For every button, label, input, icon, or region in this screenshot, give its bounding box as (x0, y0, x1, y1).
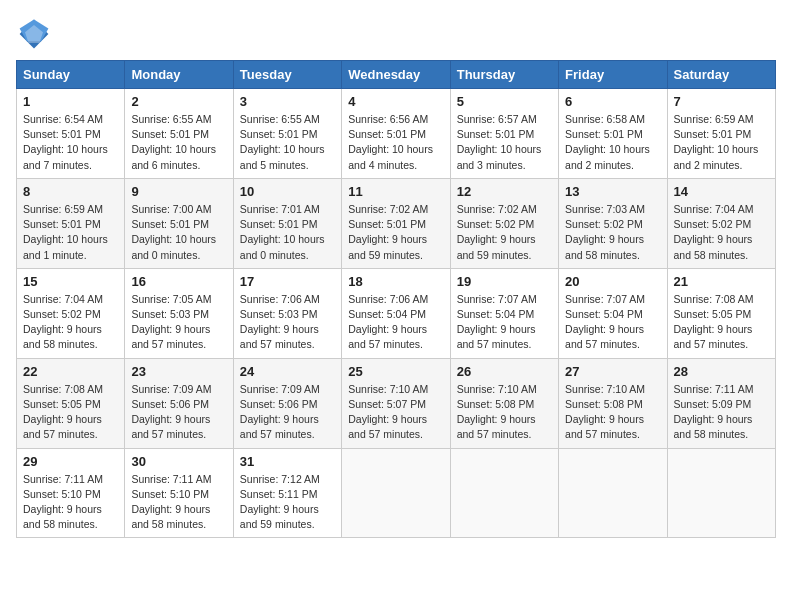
weekday-header-monday: Monday (125, 61, 233, 89)
calendar-day-cell: 2Sunrise: 6:55 AMSunset: 5:01 PMDaylight… (125, 89, 233, 179)
day-number: 11 (348, 184, 443, 199)
calendar-day-cell: 9Sunrise: 7:00 AMSunset: 5:01 PMDaylight… (125, 178, 233, 268)
day-info: Sunrise: 7:10 AMSunset: 5:08 PMDaylight:… (565, 382, 660, 443)
day-info: Sunrise: 7:07 AMSunset: 5:04 PMDaylight:… (565, 292, 660, 353)
calendar-day-cell: 8Sunrise: 6:59 AMSunset: 5:01 PMDaylight… (17, 178, 125, 268)
weekday-header-tuesday: Tuesday (233, 61, 341, 89)
day-info: Sunrise: 7:10 AMSunset: 5:08 PMDaylight:… (457, 382, 552, 443)
calendar-week-row: 8Sunrise: 6:59 AMSunset: 5:01 PMDaylight… (17, 178, 776, 268)
calendar-day-cell: 16Sunrise: 7:05 AMSunset: 5:03 PMDayligh… (125, 268, 233, 358)
day-info: Sunrise: 7:08 AMSunset: 5:05 PMDaylight:… (674, 292, 769, 353)
day-info: Sunrise: 6:56 AMSunset: 5:01 PMDaylight:… (348, 112, 443, 173)
day-number: 24 (240, 364, 335, 379)
day-info: Sunrise: 6:59 AMSunset: 5:01 PMDaylight:… (23, 202, 118, 263)
calendar-week-row: 15Sunrise: 7:04 AMSunset: 5:02 PMDayligh… (17, 268, 776, 358)
calendar-day-cell: 3Sunrise: 6:55 AMSunset: 5:01 PMDaylight… (233, 89, 341, 179)
calendar-day-cell: 6Sunrise: 6:58 AMSunset: 5:01 PMDaylight… (559, 89, 667, 179)
day-number: 14 (674, 184, 769, 199)
day-number: 26 (457, 364, 552, 379)
weekday-header-saturday: Saturday (667, 61, 775, 89)
calendar-day-cell: 20Sunrise: 7:07 AMSunset: 5:04 PMDayligh… (559, 268, 667, 358)
day-info: Sunrise: 7:01 AMSunset: 5:01 PMDaylight:… (240, 202, 335, 263)
calendar-day-cell: 26Sunrise: 7:10 AMSunset: 5:08 PMDayligh… (450, 358, 558, 448)
day-number: 27 (565, 364, 660, 379)
calendar-day-cell: 7Sunrise: 6:59 AMSunset: 5:01 PMDaylight… (667, 89, 775, 179)
day-number: 1 (23, 94, 118, 109)
calendar-day-cell: 18Sunrise: 7:06 AMSunset: 5:04 PMDayligh… (342, 268, 450, 358)
day-info: Sunrise: 7:02 AMSunset: 5:01 PMDaylight:… (348, 202, 443, 263)
calendar-day-cell (667, 448, 775, 538)
calendar-day-cell: 11Sunrise: 7:02 AMSunset: 5:01 PMDayligh… (342, 178, 450, 268)
day-number: 12 (457, 184, 552, 199)
calendar-day-cell: 14Sunrise: 7:04 AMSunset: 5:02 PMDayligh… (667, 178, 775, 268)
calendar-day-cell: 31Sunrise: 7:12 AMSunset: 5:11 PMDayligh… (233, 448, 341, 538)
day-info: Sunrise: 7:08 AMSunset: 5:05 PMDaylight:… (23, 382, 118, 443)
day-number: 17 (240, 274, 335, 289)
day-number: 16 (131, 274, 226, 289)
weekday-header-wednesday: Wednesday (342, 61, 450, 89)
calendar-day-cell: 4Sunrise: 6:56 AMSunset: 5:01 PMDaylight… (342, 89, 450, 179)
day-number: 13 (565, 184, 660, 199)
day-info: Sunrise: 7:00 AMSunset: 5:01 PMDaylight:… (131, 202, 226, 263)
day-info: Sunrise: 7:11 AMSunset: 5:10 PMDaylight:… (131, 472, 226, 533)
calendar-week-row: 1Sunrise: 6:54 AMSunset: 5:01 PMDaylight… (17, 89, 776, 179)
logo (16, 16, 56, 52)
day-info: Sunrise: 7:06 AMSunset: 5:03 PMDaylight:… (240, 292, 335, 353)
day-number: 22 (23, 364, 118, 379)
day-info: Sunrise: 6:58 AMSunset: 5:01 PMDaylight:… (565, 112, 660, 173)
calendar-day-cell: 22Sunrise: 7:08 AMSunset: 5:05 PMDayligh… (17, 358, 125, 448)
calendar-day-cell: 19Sunrise: 7:07 AMSunset: 5:04 PMDayligh… (450, 268, 558, 358)
day-number: 31 (240, 454, 335, 469)
calendar-header-row: SundayMondayTuesdayWednesdayThursdayFrid… (17, 61, 776, 89)
calendar-day-cell: 15Sunrise: 7:04 AMSunset: 5:02 PMDayligh… (17, 268, 125, 358)
day-info: Sunrise: 7:05 AMSunset: 5:03 PMDaylight:… (131, 292, 226, 353)
day-number: 3 (240, 94, 335, 109)
day-number: 18 (348, 274, 443, 289)
day-number: 7 (674, 94, 769, 109)
page-header (16, 16, 776, 52)
day-number: 19 (457, 274, 552, 289)
day-info: Sunrise: 7:11 AMSunset: 5:09 PMDaylight:… (674, 382, 769, 443)
day-info: Sunrise: 7:02 AMSunset: 5:02 PMDaylight:… (457, 202, 552, 263)
calendar-day-cell: 12Sunrise: 7:02 AMSunset: 5:02 PMDayligh… (450, 178, 558, 268)
calendar-day-cell: 27Sunrise: 7:10 AMSunset: 5:08 PMDayligh… (559, 358, 667, 448)
calendar-week-row: 22Sunrise: 7:08 AMSunset: 5:05 PMDayligh… (17, 358, 776, 448)
calendar-day-cell: 17Sunrise: 7:06 AMSunset: 5:03 PMDayligh… (233, 268, 341, 358)
day-number: 10 (240, 184, 335, 199)
day-number: 20 (565, 274, 660, 289)
day-number: 2 (131, 94, 226, 109)
day-number: 15 (23, 274, 118, 289)
day-info: Sunrise: 7:04 AMSunset: 5:02 PMDaylight:… (674, 202, 769, 263)
day-info: Sunrise: 7:06 AMSunset: 5:04 PMDaylight:… (348, 292, 443, 353)
calendar-day-cell: 1Sunrise: 6:54 AMSunset: 5:01 PMDaylight… (17, 89, 125, 179)
calendar-table: SundayMondayTuesdayWednesdayThursdayFrid… (16, 60, 776, 538)
calendar-day-cell (342, 448, 450, 538)
day-info: Sunrise: 7:03 AMSunset: 5:02 PMDaylight:… (565, 202, 660, 263)
calendar-day-cell: 21Sunrise: 7:08 AMSunset: 5:05 PMDayligh… (667, 268, 775, 358)
calendar-day-cell: 23Sunrise: 7:09 AMSunset: 5:06 PMDayligh… (125, 358, 233, 448)
day-number: 4 (348, 94, 443, 109)
calendar-day-cell: 5Sunrise: 6:57 AMSunset: 5:01 PMDaylight… (450, 89, 558, 179)
weekday-header-friday: Friday (559, 61, 667, 89)
day-info: Sunrise: 7:11 AMSunset: 5:10 PMDaylight:… (23, 472, 118, 533)
day-number: 5 (457, 94, 552, 109)
day-info: Sunrise: 7:07 AMSunset: 5:04 PMDaylight:… (457, 292, 552, 353)
calendar-day-cell: 10Sunrise: 7:01 AMSunset: 5:01 PMDayligh… (233, 178, 341, 268)
calendar-day-cell (450, 448, 558, 538)
logo-icon (16, 16, 52, 52)
weekday-header-thursday: Thursday (450, 61, 558, 89)
weekday-header-sunday: Sunday (17, 61, 125, 89)
calendar-day-cell: 25Sunrise: 7:10 AMSunset: 5:07 PMDayligh… (342, 358, 450, 448)
day-number: 23 (131, 364, 226, 379)
calendar-day-cell: 24Sunrise: 7:09 AMSunset: 5:06 PMDayligh… (233, 358, 341, 448)
day-number: 30 (131, 454, 226, 469)
calendar-week-row: 29Sunrise: 7:11 AMSunset: 5:10 PMDayligh… (17, 448, 776, 538)
day-number: 8 (23, 184, 118, 199)
calendar-body: 1Sunrise: 6:54 AMSunset: 5:01 PMDaylight… (17, 89, 776, 538)
calendar-day-cell: 13Sunrise: 7:03 AMSunset: 5:02 PMDayligh… (559, 178, 667, 268)
day-info: Sunrise: 6:57 AMSunset: 5:01 PMDaylight:… (457, 112, 552, 173)
day-number: 28 (674, 364, 769, 379)
calendar-day-cell (559, 448, 667, 538)
day-number: 6 (565, 94, 660, 109)
day-info: Sunrise: 7:04 AMSunset: 5:02 PMDaylight:… (23, 292, 118, 353)
